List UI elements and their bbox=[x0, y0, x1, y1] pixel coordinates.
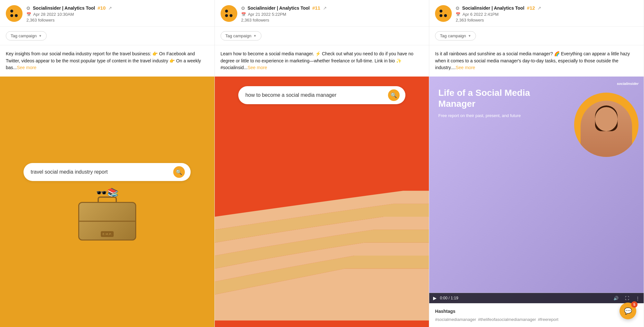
fullscreen-icon[interactable]: ⛶ bbox=[625, 296, 629, 301]
calendar-icon-11: 📅 bbox=[241, 12, 246, 17]
post-number-11: #11 bbox=[312, 5, 320, 11]
post-card-12: ⊙ Socialinsider | Analytics Tool #12 ↗ 📅… bbox=[429, 0, 644, 327]
suitcase-stripe bbox=[79, 221, 135, 222]
stairs-svg bbox=[215, 152, 429, 327]
header-info-10: ⊙ Socialinsider | Analytics Tool #10 ↗ 📅… bbox=[26, 5, 209, 23]
tag-campaign-area-10: Tag campaign ▼ bbox=[0, 27, 214, 45]
search-text-11: how to become a social media manager bbox=[245, 92, 384, 98]
instagram-icon: ⊙ bbox=[26, 5, 30, 11]
calendar-icon-10: 📅 bbox=[26, 12, 31, 17]
video-title: Life of a Social Media Manager bbox=[438, 87, 546, 109]
card-header-12: ⊙ Socialinsider | Analytics Tool #12 ↗ 📅… bbox=[429, 0, 644, 27]
video-thumbnail: socialinsider Life of a Social Media Man… bbox=[429, 77, 644, 303]
chevron-down-icon-10: ▼ bbox=[39, 34, 42, 38]
hashtag-3: #freereport bbox=[538, 317, 558, 322]
calendar-icon-12: 📅 bbox=[456, 12, 460, 17]
suitcase-latch: E.M.P. bbox=[101, 231, 114, 237]
post-text-11: Learn how to become a social media manag… bbox=[215, 45, 429, 77]
post-card-11: ⊙ Socialinsider | Analytics Tool #11 ↗ 📅… bbox=[215, 0, 430, 327]
account-name-10: Socialinsider | Analytics Tool bbox=[33, 5, 95, 11]
post-date-12: Apr 6 2022 2:41PM bbox=[462, 12, 498, 17]
post-number-12: #12 bbox=[527, 5, 535, 11]
chat-badge: 5 bbox=[631, 301, 638, 308]
external-link-icon-11[interactable]: ↗ bbox=[323, 5, 327, 11]
suitcase-body: E.M.P. bbox=[78, 202, 136, 241]
post-image-12: socialinsider Life of a Social Media Man… bbox=[429, 77, 644, 303]
followers-12: 2,363 followers bbox=[456, 18, 638, 23]
volume-icon[interactable]: 🔊 bbox=[613, 296, 619, 301]
chat-icon: 💬 bbox=[624, 307, 632, 315]
hashtag-1: #socialmediamanager bbox=[435, 317, 476, 322]
tag-campaign-label-10: Tag campaign bbox=[11, 33, 37, 38]
see-more-10[interactable]: See more bbox=[17, 65, 36, 70]
post-number-10: #10 bbox=[98, 5, 106, 11]
search-text-10: travel social media industry report bbox=[31, 169, 169, 175]
account-name-12: Socialinsider | Analytics Tool bbox=[462, 5, 524, 11]
header-info-11: ⊙ Socialinsider | Analytics Tool #11 ↗ 📅… bbox=[241, 5, 423, 23]
account-name-11: Socialinsider | Analytics Tool bbox=[248, 5, 310, 11]
tag-campaign-button-10[interactable]: Tag campaign ▼ bbox=[6, 31, 47, 41]
followers-11: 2,363 followers bbox=[241, 18, 423, 23]
hashtag-2: #thelifeofasocialmediamanager bbox=[478, 317, 536, 322]
search-overlay-11: how to become a social media manager 🔍 bbox=[238, 86, 405, 104]
suitcase-handle bbox=[98, 196, 117, 203]
tag-campaign-label-12: Tag campaign bbox=[440, 33, 466, 38]
chat-bubble[interactable]: 💬 5 bbox=[620, 303, 636, 319]
hashtags-title: Hashtags bbox=[435, 309, 638, 314]
hashtags-list: #socialmediamanager #thelifeofasocialmed… bbox=[435, 317, 638, 322]
tag-campaign-area-12: Tag campaign ▼ bbox=[429, 27, 644, 45]
post-text-12: Is it all rainbows and sunshine as a soc… bbox=[429, 45, 644, 77]
search-button-11: 🔍 bbox=[388, 89, 400, 101]
chevron-down-icon-11: ▼ bbox=[253, 34, 257, 38]
avatar-11 bbox=[221, 5, 237, 22]
tag-campaign-button-12[interactable]: Tag campaign ▼ bbox=[435, 31, 476, 41]
person-circle bbox=[574, 93, 639, 157]
tag-campaign-button-11[interactable]: Tag campaign ▼ bbox=[221, 31, 261, 41]
play-button[interactable]: ▶ bbox=[433, 295, 437, 301]
tag-campaign-area-11: Tag campaign ▼ bbox=[215, 27, 429, 45]
post-image-10: travel social media industry report 🔍 🕶️… bbox=[0, 77, 214, 327]
video-time: 0:00 / 1:19 bbox=[440, 296, 458, 300]
post-image-11: how to become a social media manager 🔍 bbox=[215, 77, 429, 327]
video-brand-label: socialinsider bbox=[617, 82, 639, 86]
see-more-12[interactable]: See more bbox=[456, 65, 475, 70]
followers-10: 2,363 followers bbox=[26, 18, 209, 23]
post-card-10: ⊙ Socialinsider | Analytics Tool #10 ↗ 📅… bbox=[0, 0, 215, 327]
see-more-11[interactable]: See more bbox=[248, 65, 267, 70]
search-button-10: 🔍 bbox=[173, 166, 185, 178]
post-date-11: Apr 21 2022 5:22PM bbox=[248, 12, 286, 17]
chevron-down-icon-12: ▼ bbox=[468, 34, 471, 38]
video-subtitle: Free report on their past, present, and … bbox=[438, 113, 546, 119]
header-info-12: ⊙ Socialinsider | Analytics Tool #12 ↗ 📅… bbox=[456, 5, 638, 23]
external-link-icon-12[interactable]: ↗ bbox=[537, 5, 541, 11]
post-date-10: Apr 28 2022 10:30AM bbox=[33, 12, 74, 17]
instagram-icon-12: ⊙ bbox=[456, 5, 459, 11]
hashtags-section: Hashtags #socialmediamanager #thelifeofa… bbox=[429, 303, 644, 327]
suitcase-illustration: 🕶️📚 E.M.P. bbox=[78, 187, 136, 241]
avatar-12 bbox=[435, 5, 452, 22]
person-head bbox=[595, 107, 618, 131]
card-header-10: ⊙ Socialinsider | Analytics Tool #10 ↗ 📅… bbox=[0, 0, 214, 27]
tag-campaign-label-11: Tag campaign bbox=[225, 33, 251, 38]
instagram-icon-11: ⊙ bbox=[241, 5, 245, 11]
post-text-10: Key insights from our social media indus… bbox=[0, 45, 214, 77]
avatar-10 bbox=[6, 5, 23, 22]
search-overlay-10: travel social media industry report 🔍 bbox=[24, 163, 191, 181]
card-header-11: ⊙ Socialinsider | Analytics Tool #11 ↗ 📅… bbox=[215, 0, 429, 27]
more-options-icon[interactable]: ⋮ bbox=[636, 296, 640, 301]
external-link-icon-10[interactable]: ↗ bbox=[108, 5, 112, 11]
person-silhouette bbox=[581, 101, 632, 157]
video-controls[interactable]: ▶ 0:00 / 1:19 🔊 ⛶ ⋮ bbox=[429, 293, 644, 303]
